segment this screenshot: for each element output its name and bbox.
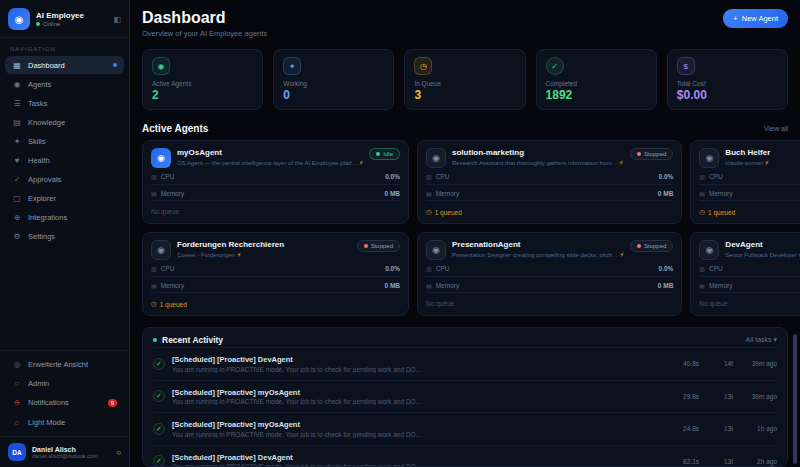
activity-metrics: 29.8s 13t 39m ago bbox=[665, 393, 777, 400]
memory-icon: ▤ bbox=[426, 190, 432, 197]
sidebar-item-notifications[interactable]: ⍾ Notifications 9 bbox=[5, 393, 124, 412]
cpu-icon: ▥ bbox=[426, 265, 432, 272]
nav-item-label: Explorer bbox=[28, 194, 56, 203]
activity-metrics: 24.8s 13t 1h ago bbox=[665, 425, 777, 432]
agent-card-solution-marketing[interactable]: ◉ solution-marketing Research Assistant … bbox=[417, 140, 682, 224]
agents-grid: ◉ myOsAgent OS Agent — the central intel… bbox=[142, 140, 788, 316]
app-logo-icon: ◉ bbox=[8, 8, 30, 30]
queue-clock-icon: ◷ bbox=[699, 208, 705, 216]
nav-item-label: Skills bbox=[28, 137, 46, 146]
chevron-down-icon: ▾ bbox=[773, 336, 777, 343]
stat-label: In Queue bbox=[414, 80, 515, 87]
cpu-value: 0.0% bbox=[385, 265, 400, 272]
stats-row: ◉ Active Agents 2 ✦ Working 0 ◷ In Queue… bbox=[142, 49, 788, 110]
stat-value: 2 bbox=[152, 88, 253, 102]
sidebar-item-erweiterte-ansicht[interactable]: ◎ Erweiterte Ansicht bbox=[5, 355, 124, 373]
cpu-row: ▥CPU0.0% bbox=[426, 169, 673, 185]
activity-title: [Scheduled] [Proactive] myOsAgent bbox=[172, 420, 658, 429]
sidebar-item-dashboard[interactable]: ▦ Dashboard bbox=[5, 56, 124, 74]
plus-icon: + bbox=[733, 14, 737, 23]
sidebar-item-integrations[interactable]: ⊕ Integrations bbox=[5, 208, 124, 226]
memory-row: ▤Memory0 MB bbox=[151, 186, 400, 202]
view-all-link[interactable]: View all bbox=[764, 125, 788, 132]
sidebar-item-settings[interactable]: ⚙ Settings bbox=[5, 227, 124, 245]
agent-description: Coesel - Forderungen ⚡ bbox=[177, 251, 351, 258]
memory-icon: ▤ bbox=[151, 190, 157, 197]
sidebar-item-health[interactable]: ♥ Health bbox=[5, 151, 124, 169]
activity-title: [Scheduled] [Proactive] DevAgent bbox=[172, 355, 658, 364]
sidebar-header: ◉ AI Employee Online ◧ bbox=[0, 0, 129, 38]
online-status: Online bbox=[36, 21, 107, 27]
activity-row[interactable]: ✓ [Scheduled] [Proactive] myOsAgent You … bbox=[153, 412, 777, 445]
activity-dot-icon bbox=[153, 338, 157, 342]
bot-icon: ◉ bbox=[152, 57, 170, 75]
user-email: daniel.alisch@outlook.com bbox=[32, 453, 110, 459]
status-dot-icon bbox=[376, 152, 380, 156]
activity-row[interactable]: ✓ [Scheduled] [Proactive] myOsAgent You … bbox=[153, 380, 777, 413]
spark-icon: ⚡ bbox=[620, 252, 624, 258]
stat-value: $0.00 bbox=[677, 88, 778, 102]
agent-description: OS Agent — the central intelligence laye… bbox=[177, 159, 363, 166]
footer-item-label: Light Mode bbox=[28, 418, 65, 427]
recent-activity-header: Recent Activity All tasks ▾ bbox=[153, 335, 777, 347]
status-dot-icon bbox=[637, 244, 641, 248]
sidebar-collapse-icon[interactable]: ◧ bbox=[113, 15, 121, 24]
notification-badge: 9 bbox=[108, 399, 117, 407]
activity-subtitle: You are running in PROACTIVE mode. Your … bbox=[172, 463, 658, 467]
activity-row[interactable]: ✓ [Scheduled] [Proactive] DevAgent You a… bbox=[153, 347, 777, 380]
active-agents-header: Active Agents View all bbox=[142, 123, 788, 134]
agent-name: Buch Helfer bbox=[725, 148, 800, 157]
agent-card-forderungen-recherchieren[interactable]: ◉ Forderungen Recherchieren Coesel - For… bbox=[142, 232, 409, 316]
activity-subtitle: You are running in PROACTIVE mode. Your … bbox=[172, 366, 658, 373]
check-circle-icon: ✓ bbox=[153, 455, 165, 467]
tasks-icon: ☰ bbox=[12, 99, 22, 108]
agent-description: Senior Fullstack Developer with expertis… bbox=[725, 251, 800, 258]
spark-icon: ⚡ bbox=[619, 160, 623, 166]
sidebar-item-knowledge[interactable]: ▤ Knowledge bbox=[5, 113, 124, 131]
agent-card-devagent[interactable]: ◉ DevAgent Senior Fullstack Developer wi… bbox=[690, 232, 800, 316]
all-tasks-filter[interactable]: All tasks ▾ bbox=[745, 336, 777, 344]
agent-card-presenationagent[interactable]: ◉ PresenationAgent Presentation Designer… bbox=[417, 232, 682, 316]
queue-status: No queue bbox=[699, 300, 800, 307]
spark-icon: ⚡ bbox=[765, 160, 769, 166]
sidebar-item-light-mode[interactable]: ☼ Light Mode bbox=[5, 413, 124, 431]
sidebar-item-agents[interactable]: ◉ Agents bbox=[5, 75, 124, 93]
clock-icon: ◷ bbox=[414, 57, 432, 75]
stat-label: Active Agents bbox=[152, 80, 253, 87]
settings-icon: ⚙ bbox=[12, 232, 22, 241]
activity-metrics: 82.1s 13t 2h ago bbox=[665, 458, 777, 465]
sidebar-item-tasks[interactable]: ☰ Tasks bbox=[5, 94, 124, 112]
agent-name: solution-marketing bbox=[452, 148, 624, 157]
sidebar-item-admin[interactable]: ○ Admin bbox=[5, 374, 124, 392]
agent-bot-icon: ◉ bbox=[151, 240, 171, 260]
sidebar-item-skills[interactable]: ✦ Skills bbox=[5, 132, 124, 150]
cpu-icon: ▥ bbox=[699, 265, 705, 272]
sun-icon: ☼ bbox=[12, 418, 22, 427]
activity-row[interactable]: ✓ [Scheduled] [Proactive] DevAgent You a… bbox=[153, 445, 777, 467]
agent-card-buch-helfer[interactable]: ◉ Buch Helfer claude-sonnet ⚡ Stopped ▥C… bbox=[690, 140, 800, 224]
zap-icon: ✦ bbox=[283, 57, 301, 75]
agents-icon: ◉ bbox=[12, 80, 22, 89]
queue-clock-icon: ◷ bbox=[426, 208, 432, 216]
time-ago: 1h ago bbox=[733, 425, 777, 432]
agent-bot-icon: ◉ bbox=[426, 148, 446, 168]
main-content: Dashboard Overview of your AI Employee a… bbox=[130, 0, 800, 467]
stat-card-active-agents: ◉ Active Agents 2 bbox=[142, 49, 263, 110]
nav-item-label: Integrations bbox=[28, 213, 67, 222]
user-profile[interactable]: DA Daniel Alisch daniel.alisch@outlook.c… bbox=[0, 436, 129, 467]
footer-item-label: Erweiterte Ansicht bbox=[28, 360, 88, 369]
status-dot-icon bbox=[364, 244, 368, 248]
agent-bot-icon: ◉ bbox=[426, 240, 446, 260]
bell-icon: ⍾ bbox=[12, 398, 22, 408]
agent-card-myosagent[interactable]: ◉ myOsAgent OS Agent — the central intel… bbox=[142, 140, 409, 224]
new-agent-button[interactable]: + New Agent bbox=[723, 9, 788, 28]
agent-description: Research Assistant that thoroughly gathe… bbox=[452, 159, 624, 166]
online-dot-icon bbox=[36, 22, 40, 26]
scrollbar[interactable] bbox=[793, 334, 797, 464]
sidebar-item-explorer[interactable]: ▢ Explorer bbox=[5, 189, 124, 207]
tokens: 13t bbox=[699, 425, 733, 432]
logout-icon[interactable]: ○ bbox=[116, 448, 121, 457]
sidebar-item-approvals[interactable]: ✓ Approvals bbox=[5, 170, 124, 188]
stat-value: 0 bbox=[283, 88, 384, 102]
active-indicator-dot bbox=[113, 63, 117, 67]
